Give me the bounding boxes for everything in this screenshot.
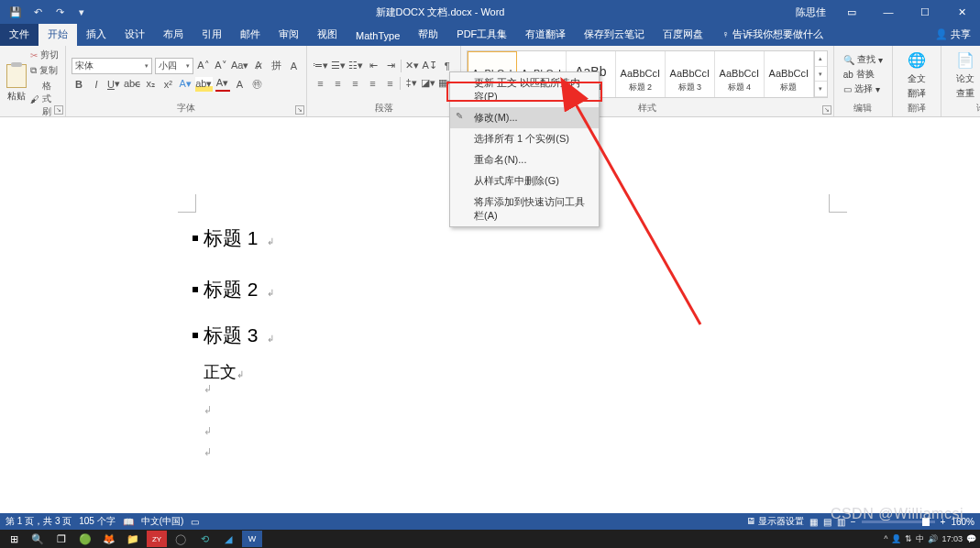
enclose-char-icon[interactable]: ㊕ (250, 77, 265, 92)
vscode-icon[interactable]: ◢ (218, 531, 238, 547)
tab-youdao[interactable]: 有道翻译 (516, 24, 575, 46)
fulltext-translate-button[interactable]: 🌐全文翻译 (898, 49, 935, 100)
volume-icon[interactable]: 🔊 (928, 534, 938, 543)
dialog-launcher-icon[interactable]: ↘ (54, 105, 63, 115)
line-spacing-icon[interactable]: ‡▾ (403, 76, 418, 91)
word-count[interactable]: 105 个字 (79, 515, 115, 528)
redo-icon[interactable]: ↷ (50, 2, 70, 22)
gallery-more-icon[interactable]: ▾ (815, 82, 827, 97)
people-icon[interactable]: 👤 (891, 534, 901, 543)
font-color-icon[interactable]: A▾ (215, 77, 230, 92)
strike-icon[interactable]: abc̶ (124, 77, 140, 92)
page-count[interactable]: 第 1 页，共 3 页 (6, 515, 72, 528)
essay-check-button[interactable]: 📄论文查重 (947, 49, 980, 100)
search-icon[interactable]: 🔍 (28, 531, 48, 547)
style-h3[interactable]: AaBbCcI标题 3 (666, 51, 715, 97)
tab-review[interactable]: 审阅 (270, 24, 308, 46)
style-title[interactable]: AaBbCcI标题 (765, 51, 814, 97)
zoom-level[interactable]: 160% (951, 517, 974, 527)
style-h4[interactable]: AaBbCcI标题 4 (715, 51, 765, 97)
phonetic-icon[interactable]: 拼 (269, 59, 283, 73)
distribute-icon[interactable]: ≡ (382, 76, 397, 91)
ribbon-options-icon[interactable]: ▭ (833, 0, 870, 24)
tab-home[interactable]: 开始 (39, 24, 77, 46)
zoom-in-icon[interactable]: + (941, 517, 946, 527)
language[interactable]: 中文(中国) (141, 515, 184, 528)
chrome-icon[interactable]: 🟢 (75, 531, 95, 547)
minimize-icon[interactable]: — (870, 0, 907, 24)
align-right-icon[interactable]: ≡ (347, 76, 362, 91)
undo-icon[interactable]: ↶ (28, 2, 48, 22)
align-left-icon[interactable]: ≡ (313, 76, 327, 91)
share-button[interactable]: 👤 共享 (926, 24, 980, 46)
zoom-slider[interactable] (862, 521, 935, 523)
ctx-modify-style[interactable]: ✎修改(M)... (450, 107, 599, 128)
paste-button[interactable]: 粘贴 (6, 64, 27, 103)
shrink-font-icon[interactable]: A˅ (214, 59, 228, 73)
tab-help[interactable]: 帮助 (409, 24, 447, 46)
spell-icon[interactable]: 📖 (123, 517, 134, 527)
qat-dropdown-icon[interactable]: ▾ (72, 2, 92, 22)
notifications-icon[interactable]: 💬 (966, 534, 976, 543)
change-case-icon[interactable]: Aa▾ (231, 59, 248, 73)
tray-chevron-icon[interactable]: ^ (884, 534, 887, 543)
clear-format-icon[interactable]: A̷ (251, 59, 266, 73)
font-size-combo[interactable]: 小四▾ (155, 58, 193, 74)
asian-layout-icon[interactable]: ✕▾ (404, 59, 419, 73)
find-button[interactable]: 🔍查找▾ (843, 53, 883, 66)
clock[interactable]: 17:03 (941, 534, 963, 543)
tab-design[interactable]: 设计 (116, 24, 154, 46)
ime-icon[interactable]: 中 (916, 533, 924, 545)
view-print-icon[interactable]: ▦ (809, 517, 818, 527)
save-icon[interactable]: 💾 (6, 2, 26, 22)
select-button[interactable]: ▭选择▾ (843, 82, 883, 95)
underline-icon[interactable]: U▾ (106, 77, 121, 92)
char-shading-icon[interactable]: A (233, 77, 248, 92)
copy-button[interactable]: ⧉复制 (30, 64, 60, 77)
tab-baidupan[interactable]: 百度网盘 (654, 24, 712, 46)
indent-icon[interactable]: ⇥ (383, 59, 398, 73)
explorer-icon[interactable]: 📁 (123, 531, 143, 547)
maximize-icon[interactable]: ☐ (907, 0, 943, 24)
align-center-icon[interactable]: ≡ (330, 76, 345, 91)
taskview-icon[interactable]: ❐ (51, 531, 72, 547)
font-name-combo[interactable]: 宋体▾ (72, 58, 152, 74)
char-border-icon[interactable]: A (286, 59, 301, 73)
multilevel-icon[interactable]: ☷▾ (348, 59, 363, 73)
tab-mailings[interactable]: 邮件 (231, 24, 270, 46)
highlight-icon[interactable]: ab▾ (195, 77, 212, 92)
app-icon[interactable]: ⟲ (194, 531, 215, 547)
network-icon[interactable]: ⇅ (905, 534, 912, 543)
ctx-select-all[interactable]: 选择所有 1 个实例(S) (450, 128, 599, 149)
gallery-up-icon[interactable]: ▴ (815, 51, 827, 67)
tab-insert[interactable]: 插入 (77, 24, 116, 46)
text-effects-icon[interactable]: A▾ (178, 77, 193, 92)
dialog-launcher-icon[interactable]: ↘ (295, 105, 304, 115)
tab-pdf[interactable]: PDF工具集 (447, 24, 516, 46)
display-settings[interactable]: 🖥 显示器设置 (746, 515, 804, 528)
firefox-icon[interactable]: 🦊 (99, 531, 119, 547)
ctx-remove[interactable]: 从样式库中删除(G) (450, 170, 599, 192)
word-icon[interactable]: W (242, 531, 262, 547)
bold-icon[interactable]: B (72, 77, 86, 92)
tab-layout[interactable]: 布局 (154, 24, 193, 46)
shading-icon[interactable]: ◪▾ (421, 76, 435, 91)
sort-icon[interactable]: A↧ (422, 59, 436, 73)
tab-view[interactable]: 视图 (308, 24, 347, 46)
ctx-rename[interactable]: 重命名(N)... (450, 149, 599, 170)
outdent-icon[interactable]: ⇤ (366, 59, 380, 73)
bullets-icon[interactable]: ≔▾ (313, 59, 328, 73)
justify-icon[interactable]: ≡ (365, 76, 380, 91)
app-icon[interactable]: ◯ (171, 531, 191, 547)
gallery-down-icon[interactable]: ▾ (815, 67, 827, 82)
tab-references[interactable]: 引用 (193, 24, 231, 46)
superscript-icon[interactable]: x² (160, 77, 175, 92)
view-read-icon[interactable]: ▤ (823, 517, 831, 527)
app-icon[interactable]: ZY (147, 531, 167, 547)
view-web-icon[interactable]: ▥ (837, 517, 845, 527)
start-icon[interactable]: ⊞ (4, 531, 24, 547)
tab-yunote[interactable]: 保存到云笔记 (575, 24, 654, 46)
ctx-update-style[interactable]: 更新 正文 以匹配所选内容(P) (450, 72, 599, 107)
zoom-out-icon[interactable]: − (851, 517, 856, 527)
numbering-icon[interactable]: ☰▾ (331, 59, 346, 73)
